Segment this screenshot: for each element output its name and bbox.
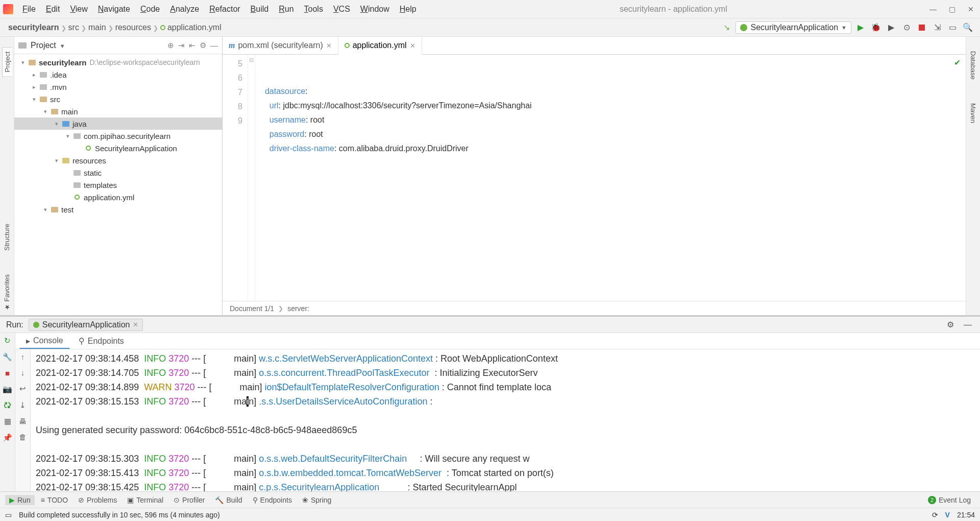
run-tab-console[interactable]: ▸ Console — [19, 334, 70, 349]
bottom-tool-run[interactable]: ▶Run — [5, 495, 35, 505]
tree-row[interactable]: ▸.idea — [14, 68, 222, 81]
tree-row[interactable]: application.yml — [14, 191, 222, 203]
build-button[interactable]: ↘ — [720, 21, 732, 34]
soft-wrap-icon[interactable]: ↩ — [19, 384, 26, 393]
menu-build[interactable]: Build — [247, 4, 273, 15]
scroll-end-icon[interactable]: ⤓ — [19, 400, 26, 410]
exit-icon[interactable]: 🗘 — [4, 401, 11, 410]
event-log[interactable]: 2Event Log — [924, 495, 975, 505]
git-update-button[interactable]: ⇲ — [931, 21, 943, 34]
tree-arrow-icon[interactable]: ▾ — [63, 133, 72, 139]
inspection-ok-icon[interactable]: ✔ — [954, 58, 961, 67]
menu-help[interactable]: Help — [396, 4, 421, 15]
debug-button[interactable]: 🐞 — [870, 21, 882, 34]
tree-row[interactable]: static — [14, 167, 222, 179]
menu-window[interactable]: Window — [356, 4, 394, 15]
code-line[interactable]: password: root — [260, 127, 961, 141]
hide-icon[interactable]: — — [210, 41, 218, 50]
show-tool-windows-icon[interactable]: ▭ — [5, 511, 12, 519]
profile-button[interactable]: ⊙ — [900, 21, 913, 34]
dump-threads-icon[interactable]: 📷 — [3, 385, 12, 394]
run-config-selector[interactable]: SecuritylearnApplication ▼ — [736, 21, 851, 34]
menu-tools[interactable]: Tools — [300, 4, 327, 15]
maximize-icon[interactable]: ▢ — [949, 5, 955, 13]
print-icon[interactable]: 🖶 — [19, 417, 27, 425]
menu-analyze[interactable]: Analyze — [166, 4, 203, 15]
pin-icon[interactable]: 📌 — [3, 433, 12, 442]
expand-all-icon[interactable]: ⇥ — [178, 41, 185, 50]
tree-arrow-icon[interactable]: ▾ — [52, 157, 61, 164]
breadcrumb-item[interactable]: main — [86, 22, 108, 33]
menu-run[interactable]: Run — [275, 4, 298, 15]
tree-arrow-icon[interactable]: ▸ — [30, 84, 39, 90]
stop-icon[interactable]: ■ — [5, 369, 10, 377]
caret-down-icon[interactable]: ▼ — [58, 43, 65, 49]
bottom-tool-endpoints[interactable]: ⚲Endpoints — [249, 495, 296, 505]
layout-icon[interactable]: ▦ — [4, 417, 11, 426]
tree-row[interactable]: ▾resources — [14, 154, 222, 167]
menu-navigate[interactable]: Navigate — [94, 4, 134, 15]
stop-button[interactable] — [916, 21, 928, 34]
close-icon[interactable]: ✕ — [133, 321, 138, 328]
background-tasks-icon[interactable]: ⟳ — [932, 511, 938, 519]
tree-row[interactable]: ▾src — [14, 93, 222, 105]
bottom-tool-build[interactable]: 🔨Build — [211, 495, 246, 505]
select-opened-file-icon[interactable]: ⊕ — [167, 41, 174, 50]
bottom-tool-terminal[interactable]: ▣Terminal — [123, 495, 167, 505]
tree-row[interactable]: ▾test — [14, 203, 222, 216]
search-everywhere-button[interactable]: 🔍 — [962, 21, 974, 34]
tree-row[interactable]: ▾securitylearnD:\eclipse-workspace\secur… — [14, 56, 222, 68]
code-line[interactable]: url: jdbc:mysql://localhost:3306/securit… — [260, 99, 961, 113]
settings-icon[interactable]: ⚙ — [200, 41, 206, 50]
code-line[interactable]: datasource: — [260, 84, 961, 99]
vcs-icon[interactable]: V — [945, 511, 950, 519]
menu-vcs[interactable]: VCS — [329, 4, 354, 15]
down-icon[interactable]: ↓ — [21, 368, 25, 377]
settings-icon[interactable]: ⚙ — [944, 319, 957, 331]
rerun-icon[interactable]: ↻ — [4, 336, 11, 345]
project-panel-title[interactable]: Project — [31, 41, 56, 50]
breadcrumb-item[interactable]: src — [66, 22, 81, 33]
breadcrumb-item[interactable]: application.yml — [158, 22, 224, 33]
coverage-button[interactable]: ▶ — [885, 21, 897, 34]
menu-code[interactable]: Code — [136, 4, 164, 15]
editor-tab[interactable]: mpom.xml (securitylearn)✕ — [223, 37, 338, 54]
clear-icon[interactable]: 🗑 — [19, 433, 27, 441]
tree-row[interactable]: ▾com.pipihao.securitylearn — [14, 130, 222, 142]
tree-row[interactable]: ▾java — [14, 117, 222, 130]
close-icon[interactable]: ✕ — [968, 5, 974, 13]
tool-tab-project[interactable]: Project — [2, 47, 12, 77]
menu-edit[interactable]: Edit — [42, 4, 64, 15]
tree-row[interactable]: ▾main — [14, 105, 222, 117]
code-line[interactable]: driver-class-name: com.alibaba.druid.pro… — [260, 141, 961, 156]
run-button[interactable]: ▶ — [854, 21, 867, 34]
tree-row[interactable]: templates — [14, 179, 222, 191]
menu-view[interactable]: View — [66, 4, 91, 15]
bottom-tool-problems[interactable]: ⊘Problems — [74, 495, 121, 505]
tool-tab-maven[interactable]: Maven — [968, 99, 978, 127]
menu-refactor[interactable]: Refactor — [205, 4, 244, 15]
bottom-tool-spring[interactable]: ❀Spring — [298, 495, 335, 505]
minimize-icon[interactable]: — — [929, 5, 937, 13]
tree-row[interactable]: SecuritylearnApplication — [14, 142, 222, 154]
code-area[interactable]: ✔ datasource: url: jdbc:mysql://localhos… — [255, 55, 966, 301]
git-commit-button[interactable]: ▭ — [946, 21, 959, 34]
tree-arrow-icon[interactable]: ▾ — [30, 96, 39, 103]
tree-row[interactable]: ▸.mvn — [14, 81, 222, 93]
edit-config-icon[interactable]: 🔧 — [3, 352, 12, 362]
tool-tab-favorites[interactable]: ★ Favorites — [2, 270, 12, 315]
collapse-all-icon[interactable]: ⇤ — [189, 41, 195, 50]
up-icon[interactable]: ↑ — [21, 352, 25, 361]
tree-arrow-icon[interactable]: ▾ — [41, 206, 50, 213]
console-output[interactable]: 2021-02-17 09:38:14.458 INFO 3720 --- [ … — [31, 349, 980, 491]
close-icon[interactable]: ✕ — [410, 42, 415, 50]
bottom-tool-todo[interactable]: ≡TODO — [37, 495, 72, 505]
menu-file[interactable]: File — [18, 4, 40, 15]
editor[interactable]: 56789 ⊟ ✔ datasource: url: jdbc:mysql://… — [223, 55, 966, 301]
tool-tab-structure[interactable]: Structure — [2, 220, 12, 255]
editor-tab[interactable]: application.yml✕ — [338, 37, 422, 55]
tree-arrow-icon[interactable]: ▾ — [18, 59, 28, 66]
bottom-tool-profiler[interactable]: ⊙Profiler — [169, 495, 209, 505]
close-icon[interactable]: ✕ — [326, 42, 332, 50]
tree-arrow-icon[interactable]: ▾ — [41, 108, 50, 115]
